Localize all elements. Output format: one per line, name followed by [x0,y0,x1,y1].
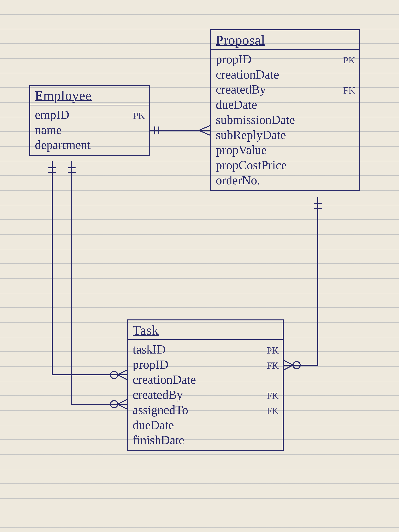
rel-employee-task-1 [42,161,130,383]
svg-line-1 [199,126,210,130]
attr-name: orderNo. [216,173,260,188]
svg-point-7 [293,361,300,369]
attr-name: department [35,137,91,152]
attr-empid: empID PK [35,107,145,122]
svg-line-9 [284,365,293,370]
attr-name: propID [216,52,252,67]
attr-name: creationDate [133,372,196,387]
attr-name: name [35,122,62,137]
entity-employee-title: Employee [30,86,149,105]
attr-key: FK [343,85,355,96]
svg-line-19 [118,404,127,409]
attr-name: dueDate [216,97,257,112]
entity-proposal: Proposal propIDPK creationDate createdBy… [210,29,360,191]
entity-proposal-attrs: propIDPK creationDate createdByFK dueDat… [211,50,359,190]
attr-key: PK [343,55,355,66]
attr-key: PK [133,110,145,122]
svg-line-13 [118,370,127,375]
svg-point-12 [110,371,118,379]
attr-key: PK [267,345,279,356]
svg-point-17 [110,401,118,408]
attr-key: FK [267,390,279,402]
attr-name: propID [133,357,169,372]
attr-name: taskID [133,342,166,357]
attr-name: assignedTo [133,402,188,418]
attr-name: createdBy [216,82,266,97]
entity-proposal-title: Proposal [211,30,359,50]
entity-task-title: Task [128,320,283,340]
attr-name: dueDate [133,418,174,433]
attr-key: FK [267,360,279,371]
attr-name-field: name [35,122,145,137]
rel-proposal-task [284,197,352,376]
attr-key: FK [267,405,279,417]
attr-department: department [35,137,145,152]
attr-name: createdBy [133,387,183,402]
attr-name: finishDate [133,432,184,448]
svg-line-2 [199,130,210,135]
attr-name: propCostPrice [216,158,287,173]
attr-name: subReplyDate [216,127,286,142]
entity-employee: Employee empID PK name department [29,85,150,156]
attr-name: creationDate [216,67,279,82]
svg-line-14 [118,375,127,380]
attr-name: submissionDate [216,112,295,127]
attr-name: empID [35,107,69,122]
attr-name: propValue [216,142,267,158]
rel-employee-task-2 [62,161,130,412]
entity-task: Task taskIDPK propIDFK creationDate crea… [127,319,284,451]
entity-task-attrs: taskIDPK propIDFK creationDate createdBy… [128,340,283,450]
rel-employee-proposal [150,124,212,137]
er-diagram: Employee empID PK name department Propos… [0,0,399,532]
svg-line-8 [284,360,293,365]
entity-employee-attrs: empID PK name department [30,105,149,155]
svg-line-18 [118,399,127,404]
